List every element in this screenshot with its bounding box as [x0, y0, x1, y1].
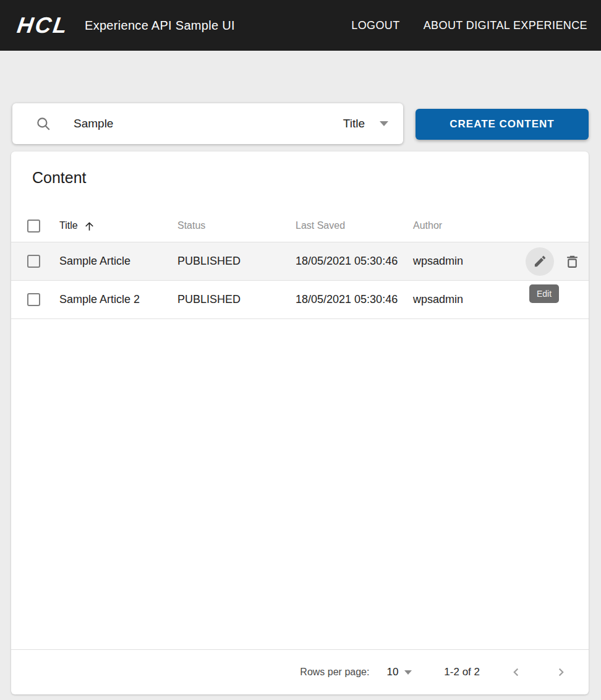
rows-per-page-dropdown[interactable]: 10 [386, 666, 412, 678]
row-checkbox-cell [27, 293, 59, 306]
column-header-status[interactable]: Status [177, 220, 296, 231]
edit-button[interactable] [526, 247, 554, 276]
empty-rows-area [11, 319, 589, 649]
hcl-logo: HCL [15, 12, 70, 38]
row-title: Sample Article 2 [59, 293, 177, 306]
app-header: HCL Experience API Sample UI LOGOUT ABOU… [0, 0, 601, 51]
logout-link[interactable]: LOGOUT [351, 19, 399, 32]
row-last-saved: 18/05/2021 05:30:46 [296, 255, 413, 268]
delete-button[interactable] [561, 251, 582, 272]
row-status: PUBLISHED [177, 293, 296, 306]
column-header-title-label: Title [59, 220, 78, 231]
page-title: Content [32, 169, 589, 187]
sort-arrow-up-icon [83, 220, 95, 232]
create-content-button[interactable]: CREATE CONTENT [416, 109, 589, 140]
row-author: wpsadmin [413, 293, 500, 306]
app-title: Experience API Sample UI [85, 19, 235, 33]
row-last-saved: 18/05/2021 05:30:46 [296, 293, 413, 306]
table-row[interactable]: Sample Article 2 PUBLISHED 18/05/2021 05… [11, 281, 589, 319]
search-row: Title CREATE CONTENT [12, 103, 589, 144]
edit-tooltip: Edit [529, 284, 559, 303]
chevron-down-icon [380, 121, 388, 126]
pencil-icon [533, 254, 547, 268]
about-digital-experience-link[interactable]: ABOUT DIGITAL EXPERIENCE [424, 19, 587, 32]
row-author: wpsadmin [413, 255, 500, 268]
content-card: Content Title Status Last Saved Author S… [11, 152, 589, 694]
table-pagination: Rows per page: 10 1-2 of 2 [11, 649, 589, 694]
row-status: PUBLISHED [177, 255, 296, 268]
search-icon [35, 116, 51, 132]
header-checkbox-cell [27, 220, 59, 233]
row-checkbox[interactable] [27, 293, 40, 306]
rows-per-page-value: 10 [386, 666, 398, 678]
search-field-selected: Title [343, 117, 365, 130]
rows-per-page-label: Rows per page: [300, 667, 369, 678]
chevron-down-icon [404, 670, 412, 675]
select-all-checkbox[interactable] [27, 220, 40, 233]
search-field-dropdown[interactable]: Title [343, 117, 388, 130]
search-bar: Title [12, 103, 403, 144]
row-title: Sample Article [59, 255, 177, 268]
chevron-left-icon [509, 665, 523, 679]
chevron-right-icon [554, 665, 568, 679]
pagination-range: 1-2 of 2 [444, 666, 480, 678]
trash-icon [565, 254, 580, 269]
column-header-last-saved[interactable]: Last Saved [296, 220, 413, 231]
table-row[interactable]: Sample Article PUBLISHED 18/05/2021 05:3… [11, 242, 589, 281]
row-checkbox[interactable] [27, 255, 40, 268]
table-header-row: Title Status Last Saved Author [11, 210, 589, 242]
row-actions [500, 247, 589, 276]
row-checkbox-cell [27, 255, 59, 268]
search-input[interactable] [74, 117, 343, 130]
previous-page-button[interactable] [508, 664, 524, 680]
next-page-button[interactable] [553, 664, 569, 680]
column-header-author[interactable]: Author [413, 220, 500, 231]
column-header-title[interactable]: Title [59, 220, 177, 232]
